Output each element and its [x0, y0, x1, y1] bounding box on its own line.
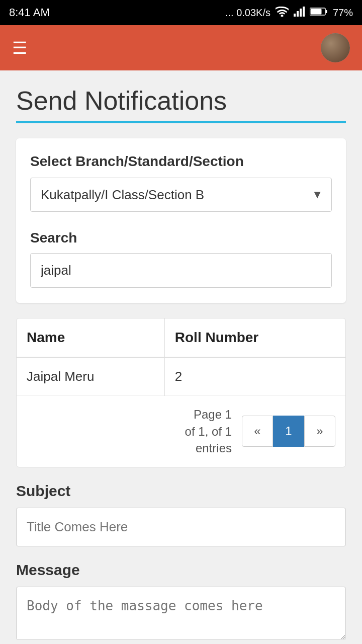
avatar[interactable]: [321, 33, 350, 62]
page-title: Send Notifications: [16, 86, 346, 116]
message-label: Message: [16, 561, 346, 579]
svg-rect-3: [303, 7, 305, 17]
branch-select-wrapper: Kukatpally/I Class/Section B ▼: [30, 178, 332, 212]
svg-rect-1: [297, 11, 299, 17]
svg-rect-0: [294, 14, 296, 17]
subject-input[interactable]: [16, 508, 346, 546]
signal-icon: [294, 7, 305, 19]
branch-label: Select Branch/Standard/Section: [30, 153, 332, 170]
battery-percent: 77%: [333, 7, 353, 19]
search-section: Search: [30, 230, 332, 288]
branch-select[interactable]: Kukatpally/I Class/Section B: [30, 178, 332, 212]
page-info: Page 1of 1, of 1entries: [27, 406, 232, 457]
table-card: Name Roll Number Jaipal Meru 2 Page 1of …: [16, 318, 346, 467]
status-time: 8:41 AM: [9, 6, 50, 19]
student-roll: 2: [164, 357, 345, 396]
svg-rect-2: [300, 9, 302, 17]
search-label: Search: [30, 230, 332, 246]
toolbar: ☰: [0, 25, 362, 70]
svg-rect-5: [325, 10, 327, 13]
prev-page-button[interactable]: «: [242, 416, 273, 447]
col-name: Name: [17, 318, 164, 357]
table-row: Jaipal Meru 2: [17, 357, 345, 396]
message-section: Message: [16, 561, 346, 643]
battery-icon: [310, 7, 328, 19]
message-textarea[interactable]: [16, 587, 346, 640]
wifi-icon: [276, 7, 289, 19]
form-card: Select Branch/Standard/Section Kukatpall…: [16, 138, 346, 303]
search-input[interactable]: [30, 253, 332, 288]
student-name: Jaipal Meru: [17, 357, 164, 396]
subject-label: Subject: [16, 482, 346, 500]
pagination-buttons: « 1 »: [242, 416, 335, 447]
status-bar: 8:41 AM ... 0.03K/s 77%: [0, 0, 362, 25]
col-roll: Roll Number: [164, 318, 345, 357]
status-right: ... 0.03K/s 77%: [225, 7, 353, 19]
current-page-button[interactable]: 1: [273, 416, 304, 447]
network-speed: ... 0.03K/s: [225, 7, 270, 19]
hamburger-icon[interactable]: ☰: [12, 39, 27, 56]
students-table: Name Roll Number Jaipal Meru 2: [17, 318, 345, 396]
pagination-row: Page 1of 1, of 1entries « 1 »: [17, 396, 345, 467]
next-page-button[interactable]: »: [304, 416, 335, 447]
svg-rect-6: [310, 9, 321, 14]
avatar-image: [321, 33, 350, 62]
subject-section: Subject: [16, 482, 346, 546]
main-content: Send Notifications Select Branch/Standar…: [0, 70, 362, 644]
blue-divider: [16, 121, 346, 123]
